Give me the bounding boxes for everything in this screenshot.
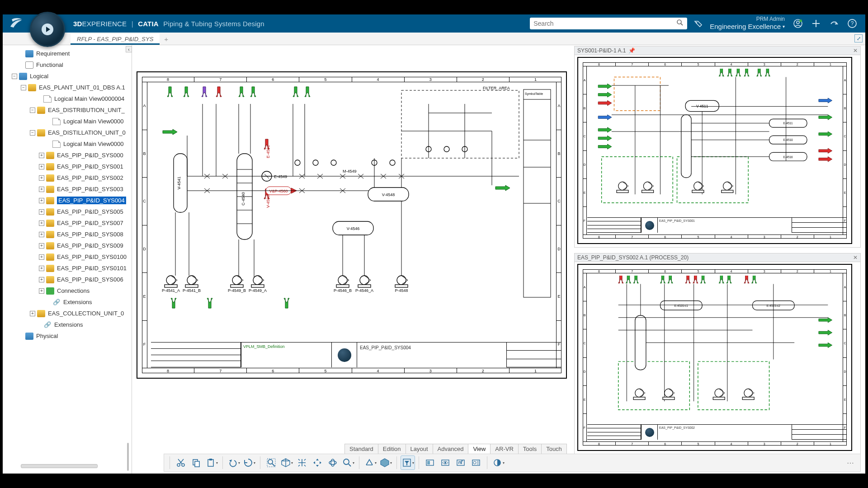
secondary-view-top[interactable]: SYS001-P&ID-1 A.1📌✕ 8765432187654321 ABC…	[574, 46, 861, 249]
extensions-icon: 🔗	[52, 299, 61, 306]
app-options-1-icon[interactable]	[423, 455, 437, 470]
overflow-icon[interactable]: ⋯	[843, 455, 858, 470]
svg-text:V-4541: V-4541	[177, 177, 181, 190]
svg-point-47	[295, 160, 300, 165]
close-icon[interactable]: ✕	[853, 47, 858, 54]
svg-rect-90	[427, 461, 430, 465]
copy-icon[interactable]	[189, 455, 203, 470]
svg-text:FILTER_AREA: FILTER_AREA	[483, 86, 510, 90]
app-options-4-icon[interactable]	[469, 455, 483, 470]
svg-text:E-4511: E-4511	[783, 122, 793, 125]
tree-node-selected: +EAS_PIP_P&ID_SYS004	[5, 195, 131, 206]
svg-text:P-4546_A: P-4546_A	[355, 288, 373, 293]
action-bar: ▾ ▾ ▾ ▾ ▾ ▾ ▾ ▾	[164, 454, 861, 472]
svg-rect-12	[401, 90, 519, 158]
graphics-area[interactable]: 87654321 87654321 ABCDEF ABCDEF	[132, 45, 865, 474]
svg-point-51	[390, 160, 395, 165]
svg-point-48	[313, 160, 318, 165]
svg-text:SymbolTable: SymbolTable	[525, 92, 543, 96]
search-input[interactable]	[533, 20, 676, 27]
action-tab-edition[interactable]: Edition	[378, 444, 406, 454]
svg-text:P-4546_B: P-4546_B	[334, 288, 352, 293]
svg-text:P-4541_A: P-4541_A	[162, 288, 180, 293]
pid-diagram-main: FILTER_AREA SymbolTable	[148, 83, 555, 342]
recenter-icon[interactable]	[295, 455, 309, 470]
svg-rect-56	[602, 157, 673, 203]
paste-icon[interactable]: ▾	[204, 455, 219, 470]
search-box[interactable]	[530, 18, 687, 29]
share-icon[interactable]	[829, 19, 839, 28]
svg-rect-68	[698, 361, 769, 410]
svg-text:V&P-4560: V&P-4560	[269, 189, 288, 193]
svg-text:?: ?	[851, 20, 854, 27]
svg-line-1	[681, 23, 683, 25]
ambience-icon[interactable]: ▾	[491, 455, 505, 470]
svg-point-0	[677, 20, 681, 24]
logical-icon	[19, 73, 27, 80]
document-tab-strip: RFLP - EAS_PIP_P&ID_SYS + ⤢	[3, 33, 865, 45]
action-tab-tools[interactable]: Tools	[518, 444, 542, 454]
svg-point-5	[799, 19, 802, 22]
functional-icon	[25, 61, 33, 69]
action-tab-touch[interactable]: Touch	[541, 444, 567, 454]
secondary-view-bottom[interactable]: EAS_PIP_P&ID_SYS002 A.1 (PROCESS_20)✕ 87…	[574, 253, 861, 456]
svg-text:E-4549: E-4549	[274, 174, 287, 179]
svg-point-49	[331, 160, 336, 165]
svg-rect-60	[681, 115, 691, 178]
document-tab-add[interactable]: +	[160, 33, 173, 45]
svg-text:E-4516: E-4516	[783, 155, 793, 159]
update-icon[interactable]: ▾	[242, 455, 256, 470]
user-context[interactable]: PRM Admin Engineering Excellence▾	[710, 16, 785, 30]
physical-icon	[25, 333, 33, 340]
filter-icon[interactable]: ▾	[401, 455, 415, 470]
isometric-view-icon[interactable]: ▾	[279, 455, 294, 470]
pin-icon[interactable]: 📌	[628, 47, 635, 54]
pan-icon[interactable]	[310, 455, 325, 470]
svg-rect-77	[195, 461, 199, 467]
profile-icon[interactable]	[793, 19, 803, 28]
undo-icon[interactable]: ▾	[226, 455, 241, 470]
app-options-3-icon[interactable]	[453, 455, 468, 470]
add-icon[interactable]	[811, 19, 821, 28]
tree-resize-handle[interactable]	[127, 443, 129, 471]
svg-point-95	[473, 461, 476, 464]
app-options-2-icon[interactable]	[438, 455, 453, 470]
compass-icon[interactable]	[30, 12, 66, 48]
spec-tree[interactable]: Requirement Functional −Logical −EAS_PLA…	[3, 45, 132, 344]
app-header: 3DEXPERIENCE | CATIA Piping & Tubing Sys…	[3, 14, 865, 33]
action-tab-standard[interactable]: Standard	[344, 444, 378, 454]
render-style-icon[interactable]: ▾	[378, 455, 393, 470]
svg-point-92	[444, 462, 446, 464]
svg-text:V-4500: V-4500	[266, 195, 270, 208]
tree-hscroll[interactable]	[21, 464, 98, 468]
action-tab-ar-vr[interactable]: AR-VR	[490, 444, 518, 454]
search-icon[interactable]	[676, 19, 684, 28]
svg-text:P-4549_B: P-4549_B	[228, 288, 246, 293]
svg-rect-14	[524, 89, 551, 297]
action-tab-view[interactable]: View	[468, 444, 491, 454]
svg-text:M-4549: M-4549	[343, 169, 357, 174]
title-block: VPLM_SMB_Definition EAS_PIP_P&ID_SYS004	[151, 342, 561, 367]
svg-rect-73	[635, 315, 646, 370]
normal-view-icon[interactable]: ▾	[363, 455, 377, 470]
expand-view-icon[interactable]: ⤢	[854, 34, 863, 42]
close-icon[interactable]: ✕	[853, 254, 858, 261]
action-bar-tabs[interactable]: StandardEditionLayoutAdvancedViewAR-VRTo…	[344, 444, 566, 454]
drawing-sheet-main[interactable]: 87654321 87654321 ABCDEF ABCDEF	[137, 71, 567, 379]
expand-toggle[interactable]: −	[12, 74, 17, 79]
svg-rect-78	[208, 460, 213, 466]
cut-icon[interactable]	[174, 455, 188, 470]
zoom-fit-icon[interactable]	[264, 455, 278, 470]
action-tab-advanced[interactable]: Advanced	[433, 444, 469, 454]
svg-point-53	[444, 146, 449, 152]
document-tab-active[interactable]: RFLP - EAS_PIP_P&ID_SYS	[71, 34, 160, 45]
tree-collapse-handle[interactable]: ‹	[126, 46, 132, 52]
zoom-icon[interactable]: ▾	[341, 455, 355, 470]
action-tab-layout[interactable]: Layout	[406, 444, 433, 454]
rotate-icon[interactable]	[326, 455, 340, 470]
svg-text:P-4549_A: P-4549_A	[249, 288, 267, 293]
svg-rect-79	[209, 459, 212, 460]
help-icon[interactable]: ?	[847, 19, 857, 28]
tag-icon[interactable]	[693, 19, 703, 28]
panel-title: EAS_PIP_P&ID_SYS002 A.1 (PROCESS_20)	[577, 254, 689, 261]
